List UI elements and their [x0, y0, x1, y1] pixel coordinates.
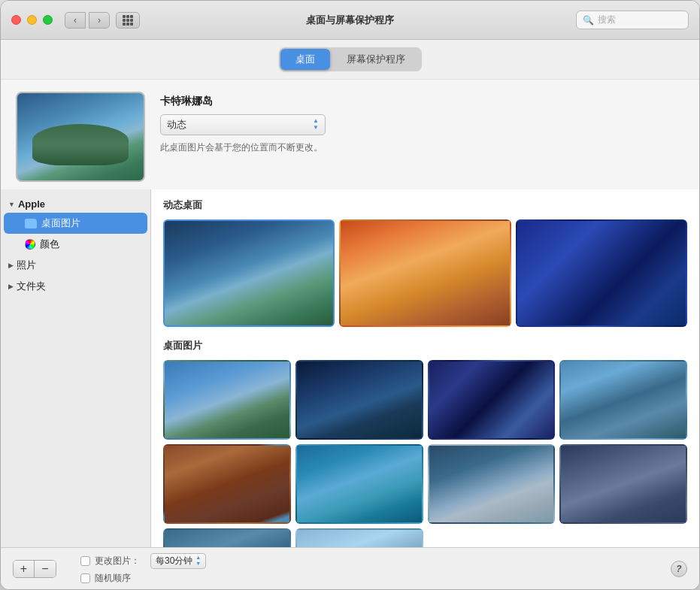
dynamic-section-label: 动态桌面	[163, 198, 687, 212]
search-box[interactable]: 🔍 搜索	[576, 11, 689, 29]
forward-button[interactable]: ›	[89, 12, 110, 29]
main-body: ▼ Apple 桌面图片 颜色 ▶ 照片 ▶ 文件夹	[1, 189, 699, 547]
wallpaper-thumb-cat-sunset[interactable]	[428, 444, 556, 524]
remove-button[interactable]: −	[35, 561, 56, 577]
grid-panel: 动态桌面 桌面图片	[151, 189, 699, 547]
triangle-down-icon: ▼	[8, 201, 15, 208]
wallpaper-thumb-mojave-day[interactable]	[339, 219, 511, 327]
main-window: ‹ › 桌面与屏幕保护程序 🔍 搜索 桌面 屏幕保护程序	[0, 0, 700, 590]
sidebar-item-label: 桌面图片	[41, 216, 80, 230]
triangle-right-icon-2: ▶	[8, 283, 14, 290]
wallpaper-thumb-blue-abstract[interactable]	[516, 219, 687, 327]
minimize-button[interactable]	[27, 15, 37, 25]
random-order-row: 随机顺序	[80, 572, 206, 585]
desktop-section-label: 桌面图片	[163, 339, 687, 352]
tab-group: 桌面 屏幕保护程序	[279, 47, 422, 71]
dynamic-wallpaper-grid	[163, 219, 687, 327]
window-title: 桌面与屏幕保护程序	[306, 14, 394, 27]
island-shape	[32, 124, 129, 165]
wallpaper-thumb-catalina-day[interactable]	[163, 219, 335, 327]
sidebar-group-label: Apple	[18, 198, 45, 210]
wallpaper-thumb-cat-blue[interactable]	[428, 360, 556, 440]
traffic-lights	[11, 15, 53, 25]
wallpaper-name: 卡特琳娜岛	[160, 95, 684, 108]
interval-dropdown[interactable]: 每30分钟 ▲▼	[150, 553, 206, 569]
wallpaper-thumb-rock-red[interactable]	[163, 444, 291, 524]
wallpaper-description: 此桌面图片会基于您的位置而不断更改。	[160, 141, 423, 154]
bottom-options: 更改图片： 每30分钟 ▲▼ 随机顺序	[80, 553, 206, 585]
tab-screensaver[interactable]: 屏幕保护程序	[332, 49, 420, 70]
add-remove-buttons: + −	[13, 560, 56, 578]
dropdown-arrows-icon: ▲▼	[313, 118, 319, 132]
triangle-right-icon: ▶	[8, 262, 14, 269]
wallpaper-thumb-cat-dusk[interactable]	[559, 444, 687, 524]
tab-desktop[interactable]: 桌面	[280, 49, 330, 70]
search-icon: 🔍	[583, 15, 594, 26]
sidebar-item-folders[interactable]: ▶ 文件夹	[1, 276, 150, 297]
wallpaper-thumb-cat-partial[interactable]	[163, 528, 291, 547]
change-picture-row: 更改图片： 每30分钟 ▲▼	[80, 553, 206, 569]
interval-value: 每30分钟	[156, 555, 192, 567]
wallpaper-thumb-cat-coast[interactable]	[559, 360, 687, 440]
sidebar-item-colors[interactable]: 颜色	[4, 234, 147, 255]
dropdown-value: 动态	[167, 118, 186, 132]
random-order-label: 随机顺序	[95, 572, 131, 585]
wallpaper-thumb-cat-lightblue[interactable]	[295, 528, 423, 547]
content-area: 卡特琳娜岛 动态 ▲▼ 此桌面图片会基于您的位置而不断更改。 ▼ Apple	[1, 80, 699, 589]
close-button[interactable]	[11, 15, 21, 25]
sidebar-item-desktop-pictures[interactable]: 桌面图片	[4, 213, 147, 234]
tabs-area: 桌面 屏幕保护程序	[1, 40, 699, 80]
sidebar-group-apple[interactable]: ▼ Apple	[1, 195, 150, 213]
wallpaper-thumb-cat-dark[interactable]	[295, 360, 423, 440]
dynamic-dropdown[interactable]: 动态 ▲▼	[160, 114, 326, 135]
sidebar-item-photos[interactable]: ▶ 照片	[1, 255, 150, 276]
sidebar-folders-label: 文件夹	[17, 280, 46, 293]
change-picture-checkbox[interactable]	[80, 556, 90, 566]
nav-buttons: ‹ ›	[65, 12, 110, 29]
settings-panel: 卡特琳娜岛 动态 ▲▼ 此桌面图片会基于您的位置而不断更改。	[160, 92, 684, 154]
interval-arrows-icon: ▲▼	[195, 555, 201, 566]
dropdown-row: 动态 ▲▼	[160, 114, 684, 135]
back-button[interactable]: ‹	[65, 12, 86, 29]
sidebar: ▼ Apple 桌面图片 颜色 ▶ 照片 ▶ 文件夹	[1, 189, 151, 547]
add-button[interactable]: +	[14, 561, 35, 577]
grid-icon	[123, 15, 133, 26]
wallpaper-thumb-sea-blue[interactable]	[295, 444, 423, 524]
change-picture-label: 更改图片：	[95, 555, 140, 567]
preview-thumbnail	[16, 92, 145, 182]
desktop-wallpaper-grid	[163, 360, 687, 547]
folder-icon	[25, 219, 37, 228]
titlebar: ‹ › 桌面与屏幕保护程序 🔍 搜索	[1, 1, 699, 40]
bottom-bar: + − 更改图片： 每30分钟 ▲▼ 随机顺序 ?	[1, 547, 699, 589]
help-button[interactable]: ?	[671, 561, 687, 577]
sidebar-item-label: 颜色	[40, 238, 59, 251]
preview-row: 卡特琳娜岛 动态 ▲▼ 此桌面图片会基于您的位置而不断更改。	[1, 80, 699, 189]
maximize-button[interactable]	[43, 15, 53, 25]
grid-view-button[interactable]	[116, 12, 140, 29]
color-wheel-icon	[25, 239, 35, 250]
search-placeholder: 搜索	[598, 14, 682, 26]
random-order-checkbox[interactable]	[80, 573, 90, 583]
sidebar-photos-label: 照片	[17, 259, 36, 272]
wallpaper-thumb-cat-light[interactable]	[163, 360, 291, 440]
